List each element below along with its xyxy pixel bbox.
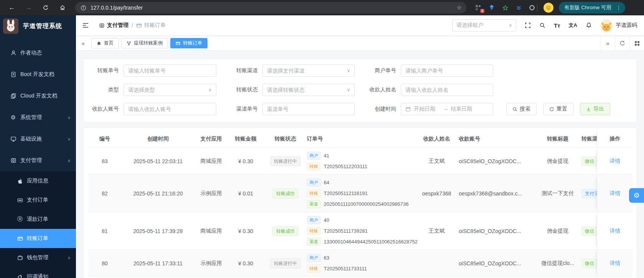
breadcrumb: 支付管理 / 转账订单	[99, 22, 166, 29]
cell-app: 商城应用	[195, 158, 227, 165]
channel-select-control[interactable]	[267, 68, 344, 74]
app-logo-row[interactable]: 芋道管理系统	[0, 15, 76, 37]
sidebar-item-boot-docs[interactable]: Boot 开发文档	[0, 64, 76, 85]
bell-icon[interactable]	[586, 22, 592, 28]
sidebar-item-callback[interactable]: 回调通知	[0, 267, 76, 278]
chrome-update-button[interactable]: 有新版 Chrome 可用 ⋮	[559, 2, 625, 13]
search-icon[interactable]	[539, 22, 545, 28]
merchant-badge: 商户	[307, 254, 321, 262]
tabs-scroll-right-icon[interactable]: »	[600, 36, 615, 51]
cell-account: oiSC85elO_OZogXODC...	[459, 228, 534, 234]
payee-name-input[interactable]	[401, 84, 493, 96]
monitor-icon	[10, 136, 16, 142]
transfer-no-input[interactable]	[124, 65, 216, 77]
tab-home[interactable]: 首页	[91, 38, 119, 48]
chrome-menu-icon[interactable]: ⋮	[614, 5, 623, 11]
sidebar-item-system[interactable]: ⚙ 系统管理 ∨	[0, 107, 76, 128]
status-select[interactable]: ∨	[262, 84, 355, 96]
cell-channel: 支付宝	[581, 189, 597, 198]
col-header-title: 转账标题	[534, 136, 581, 142]
cell-amount: ¥ 0.30	[227, 260, 264, 266]
browser-back-icon[interactable]: ←	[8, 4, 15, 11]
table-card: 编号 创建时间 支付应用 转账金额 转账状态 订单号 收款人姓名 收款账号 转账…	[83, 127, 637, 278]
table-header-row: 编号 创建时间 支付应用 转账金额 转账状态 订单号 收款人姓名 收款账号 转账…	[88, 130, 632, 148]
detail-link[interactable]: 详情	[610, 190, 621, 197]
extension-icon-notifier[interactable]: 6	[475, 4, 482, 11]
gear-icon: ⚙	[633, 191, 639, 200]
payee-account-input[interactable]	[124, 103, 216, 115]
sidebar-item-cloud-docs[interactable]: Cloud 开发文档	[0, 85, 76, 107]
font-size-icon[interactable]: Tт	[554, 22, 560, 29]
transfer-no: T202505112203111	[324, 164, 367, 169]
profile-avatar[interactable]: ☺	[544, 3, 553, 13]
tab-withdraw-demo[interactable]: 提现转账案例	[121, 38, 168, 48]
channel-no-input[interactable]	[262, 103, 355, 115]
browser-forward-icon[interactable]: →	[25, 4, 32, 11]
fullscreen-icon[interactable]	[525, 22, 531, 28]
extension-icon-gem[interactable]	[488, 4, 495, 11]
sidebar-item-infra[interactable]: 基础设施 ∨	[0, 128, 76, 150]
site-info-icon[interactable]	[80, 4, 87, 11]
channel-no-input-control[interactable]	[267, 106, 350, 112]
channel-no: 1330001046449442505110062516628752	[324, 239, 418, 245]
detail-link[interactable]: 详情	[610, 228, 621, 235]
cell-title: 佣金提现	[534, 158, 581, 165]
extension-icon-chevrons[interactable]	[515, 4, 522, 11]
cell-time: 2025-05-11 22:03:11	[121, 158, 195, 164]
merchant-no: 64	[324, 180, 329, 185]
tabs-menu-grid-icon[interactable]	[629, 36, 644, 51]
browser-home-icon[interactable]	[59, 4, 66, 11]
reset-button[interactable]: 重置	[543, 103, 573, 115]
merchant-no-input-control[interactable]	[405, 68, 489, 74]
app-title: 芋道管理系统	[23, 22, 62, 30]
document-icon	[10, 71, 16, 78]
channel-select[interactable]: ∨	[262, 65, 355, 77]
user-menu[interactable]: 芋道源码	[600, 19, 637, 31]
create-time-range-picker[interactable]: 开始日期 – 结束日期	[401, 103, 493, 115]
field-label: 转账渠道	[216, 67, 262, 74]
transfer-no: T202505112116191	[324, 190, 367, 196]
tag-view-bar: « 首页 提现转账案例 转账订单 »	[76, 36, 644, 51]
url-bar[interactable]: 127.0.0.1/pay/transfer ☆	[75, 2, 466, 13]
tab-transfer-order[interactable]: 转账订单	[170, 38, 208, 48]
export-button[interactable]: 导出	[580, 103, 610, 115]
sidebar-item-payment[interactable]: 支付管理 ∧	[0, 150, 76, 171]
payee-account-input-control[interactable]	[128, 106, 212, 112]
breadcrumb-parent[interactable]: 支付管理	[99, 22, 128, 29]
language-icon[interactable]: 文A	[569, 22, 577, 29]
field-label: 转账单号	[84, 67, 124, 74]
collapse-menu-icon[interactable]	[82, 22, 89, 29]
channel-badge-label: 渠道	[307, 200, 321, 208]
cell-id: 80	[88, 260, 121, 266]
sidebar-item-app-info[interactable]: 应用信息	[0, 171, 76, 190]
detail-link[interactable]: 详情	[610, 158, 621, 165]
sidebar-item-wallet[interactable]: 钱包管理 ∨	[0, 248, 76, 267]
payee-name-input-control[interactable]	[405, 87, 489, 93]
top-navbar: 支付管理 / 转账订单 请选择租户 ∨ Tт 文A 芋道源码	[76, 15, 644, 36]
table-row: 82 2025-05-11 21:16:20 示例应用 ¥ 0.01 转账成功 …	[88, 175, 632, 212]
tabs-refresh-icon[interactable]	[615, 36, 629, 51]
cell-payee: 王文斌	[415, 228, 459, 235]
settings-drawer-button[interactable]: ⚙	[629, 188, 644, 203]
browser-reload-icon[interactable]	[42, 4, 49, 11]
sidebar-item-transfer-order[interactable]: 转账订单	[0, 229, 76, 248]
transfer-no-input-control[interactable]	[128, 68, 212, 74]
type-select-control[interactable]	[128, 87, 206, 93]
sidebar-item-refund-order[interactable]: Ⓡ 退款订单	[0, 210, 76, 229]
extension-icon-star[interactable]	[502, 4, 509, 11]
search-button-label: 搜索	[520, 106, 530, 113]
cell-app: 示例应用	[195, 190, 227, 197]
sidebar-item-author[interactable]: 作者动态	[0, 42, 76, 64]
sidebar-item-pay-order[interactable]: 支付订单	[0, 190, 76, 210]
status-select-control[interactable]	[267, 87, 344, 93]
search-button[interactable]: 搜索	[506, 103, 537, 115]
merchant-no-input[interactable]	[401, 65, 493, 77]
type-select[interactable]: ∨	[124, 84, 216, 96]
detail-link[interactable]: 详情	[610, 260, 621, 267]
tabs-scroll-left-icon[interactable]: «	[76, 36, 91, 51]
url-text[interactable]: 127.0.0.1/pay/transfer	[91, 5, 453, 11]
extensions-puzzle-icon[interactable]	[529, 4, 535, 11]
tenant-select[interactable]: 请选择租户 ∨	[452, 19, 516, 31]
bookmark-star-icon[interactable]: ☆	[457, 4, 462, 11]
sidebar-item-label: 基础设施	[20, 136, 68, 142]
